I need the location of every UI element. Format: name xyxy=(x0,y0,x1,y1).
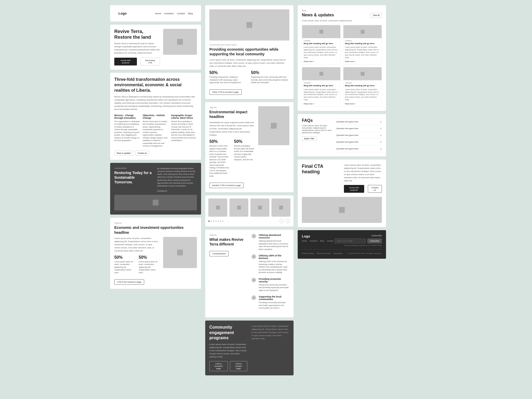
footer-link-blog[interactable]: Blog xyxy=(320,240,324,242)
blog-card-desc-2: Lorem ipsum dolor sit amet, consectetur … xyxy=(345,46,380,59)
nav-contact[interactable]: Contact xyxy=(177,12,185,15)
footer-copyright: © 2024 Revive Terra. All rights reserved… xyxy=(347,252,382,255)
dot-5[interactable] xyxy=(218,221,219,222)
objectives-title: Objectives - Holistic Change xyxy=(143,114,168,119)
blog-card-img-1 xyxy=(302,25,340,38)
nav-investors[interactable]: Investors xyxy=(164,12,174,15)
env-stat1-desc: Biomass comes from organic living matter… xyxy=(209,145,230,177)
blog-card-img-3 xyxy=(302,67,340,80)
chevron-down-icon-3: ∨ xyxy=(380,134,382,137)
read-more-1[interactable]: Read more > xyxy=(304,61,314,62)
different-desc-1: Utilizing abandoned forest plantations t… xyxy=(259,240,289,251)
transform-section: Three-fold transformation across environ… xyxy=(110,73,201,159)
different-tagline: TagLine xyxy=(209,234,247,236)
different-contact-btn[interactable]: Contact/button xyxy=(209,251,229,256)
faq-question-1: Question text goes here xyxy=(336,121,358,123)
economic-desc: Lorem ipsum dolor sit amet, consectetur … xyxy=(114,237,159,252)
blog-card-title-4: Blog title heading will go here xyxy=(345,84,380,87)
faq-question-4: Question text goes here xyxy=(336,141,358,143)
sustainability-cta[interactable]: Contact us xyxy=(157,189,167,192)
objectives-col: Objectives - Holistic Change Revive Terr… xyxy=(143,114,168,148)
community-desc: Lorem ipsum dolor sit amet, consectetur … xyxy=(209,343,247,358)
faq-title: FAQs xyxy=(302,118,332,123)
objectives-desc: Revive Terra aims to reclaim and revital… xyxy=(143,120,168,148)
footer-terms[interactable]: Terms of Service xyxy=(317,252,331,255)
economic-stat1-desc: Lorem ipsum dolor sit amet, consectetur … xyxy=(114,261,135,274)
carousel-section: ‹ › xyxy=(205,195,294,227)
faq-item-1[interactable]: Question text goes here ∨ xyxy=(336,118,382,125)
chevron-down-icon-5: ∨ xyxy=(380,147,382,150)
providing-stat1-desc: Providing employment, staking to employe… xyxy=(209,76,247,84)
footer-subscribe-btn[interactable]: Subscribe xyxy=(367,238,382,243)
carousel-img-1 xyxy=(208,198,227,217)
community-cta2-btn[interactable]: CTA to contact page xyxy=(230,361,247,371)
nav-home[interactable]: Home xyxy=(155,12,161,15)
different-desc-3: Hiring local community members and provi… xyxy=(259,284,289,292)
dot-1[interactable] xyxy=(208,221,210,222)
env-heading: Environmental impact headline xyxy=(209,110,255,119)
different-heading: What makes Revive Terra different xyxy=(209,237,247,247)
sustainability-desc: By sustainably removing degraded forests… xyxy=(157,167,197,188)
blog-section: Blog News & updates View all Lorem ipsum… xyxy=(298,5,386,111)
mission-desc: The organisation is dedicated to reclaim… xyxy=(114,120,140,142)
faq-btn[interactable]: Button TBD xyxy=(302,136,317,141)
footer-logo: Logo xyxy=(302,234,333,238)
economic-section: TagLine Economic and investment opportun… xyxy=(110,218,201,289)
view-all-btn[interactable]: View all xyxy=(370,13,382,17)
footer-disclaimer[interactable]: Disclaimer xyxy=(334,252,343,255)
economic-stat1-number: 50% xyxy=(114,255,135,260)
final-cta-secondary-btn[interactable]: Contact us xyxy=(368,185,382,193)
footer-subscribe-label: Subscribe xyxy=(335,234,382,237)
footer-privacy-text: By subscribing you agree to our Privacy … xyxy=(335,244,382,246)
footer-link-contact[interactable]: Contact xyxy=(327,240,333,242)
transform-title: Three-fold transformation across environ… xyxy=(114,77,197,93)
hero-title: Revive Terra, Restore the land xyxy=(114,29,160,40)
chevron-down-icon-1: ∨ xyxy=(380,120,382,123)
footer-privacy-policy[interactable]: Privacy Policy xyxy=(302,252,314,255)
faq-item-2[interactable]: Question text goes here ∨ xyxy=(336,125,382,132)
footer-link-home[interactable]: Home xyxy=(302,240,307,242)
chevron-down-icon-4: ∨ xyxy=(380,141,382,143)
different-icon-1: 1 xyxy=(251,234,256,238)
env-cta-btn[interactable]: Another CTA to investor's page xyxy=(209,183,244,188)
carousel-next-btn[interactable]: › xyxy=(286,219,290,223)
read-more-2[interactable]: Read more > xyxy=(345,61,356,62)
economic-tagline: TagLine xyxy=(114,222,197,224)
contact-us-btn[interactable]: Contact us xyxy=(135,151,149,156)
read-more-4[interactable]: Read more > xyxy=(345,103,356,105)
faq-item-3[interactable]: Question text goes here ∨ xyxy=(336,132,382,139)
faq-item-5[interactable]: Question text goes here ∨ xyxy=(336,145,382,152)
providing-stat1-number: 50% xyxy=(209,70,247,75)
read-more-3[interactable]: Read more > xyxy=(304,103,314,105)
dot-4[interactable] xyxy=(215,221,217,222)
footer-email-input[interactable] xyxy=(335,238,366,243)
carousel-img-3 xyxy=(250,198,269,217)
footer-subscribe: Subscribe Subscribe By subscribing you a… xyxy=(335,234,382,246)
navbar: Logo Home Investors Contact Blog xyxy=(110,5,201,22)
faq-item-4[interactable]: Question text goes here ∨ xyxy=(336,139,382,145)
blog-card-img-4 xyxy=(343,67,382,80)
economic-cta-btn[interactable]: CTA to the investor's page xyxy=(114,279,144,285)
dot-7[interactable] xyxy=(222,221,224,222)
hero-primary-btn[interactable]: Invest with purpose xyxy=(114,58,137,65)
logo: Logo xyxy=(118,11,127,15)
faq-question-5: Question text goes here xyxy=(336,148,358,150)
env-stat1-number: 50% xyxy=(209,139,230,144)
final-cta-primary-btn[interactable]: Invest with purpose xyxy=(344,185,364,193)
dot-2[interactable] xyxy=(211,221,212,222)
community-cta1-btn[interactable]: CTA to investors page xyxy=(209,361,228,371)
footer-link-investors[interactable]: Investors xyxy=(310,240,317,242)
blog-card-desc-4: Lorem ipsum dolor sit amet, consectetur … xyxy=(345,88,380,101)
providing-cta-btn[interactable]: Other CTA to investor's page xyxy=(209,89,242,95)
blog-title: News & updates xyxy=(302,13,334,17)
dot-6[interactable] xyxy=(220,221,221,222)
carousel-prev-btn[interactable]: ‹ xyxy=(280,219,284,223)
news-updates-btn[interactable]: News & updates xyxy=(114,151,133,156)
hero-secondary-btn[interactable]: Secondary CTA xyxy=(140,58,160,65)
different-icon-3: 3 xyxy=(251,278,256,282)
economic-stat2-desc: Lorem ipsum dolor sit amet, consectetur … xyxy=(139,261,159,274)
nav-blog[interactable]: Blog xyxy=(188,12,193,15)
different-desc-4: Providing community education and health… xyxy=(259,301,289,310)
blog-card-4: Category Blog title heading will go here… xyxy=(343,67,382,107)
dot-3[interactable] xyxy=(213,221,214,222)
